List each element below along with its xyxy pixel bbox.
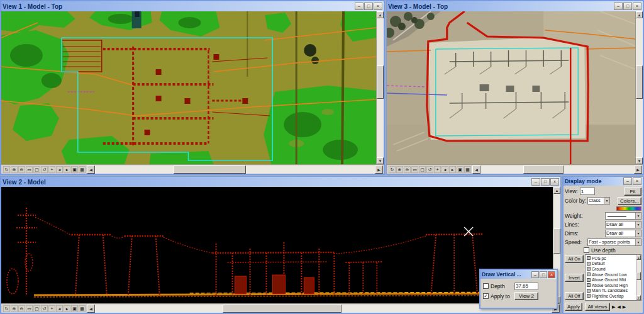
view3-horizontal-scrollbar[interactable]: ◀ ▶ xyxy=(472,165,642,174)
zoom-in-icon[interactable]: ⊕ xyxy=(11,305,18,312)
window-area-icon[interactable]: ▭ xyxy=(26,305,33,312)
class-list-item[interactable]: Flightline Overlap xyxy=(586,293,635,299)
copy-view-icon[interactable]: ▣ xyxy=(71,305,78,312)
class-list-item[interactable]: Above Ground Mid xyxy=(586,277,635,283)
view-next-icon[interactable]: ▸ xyxy=(64,305,70,312)
scroll-down-icon[interactable]: ▼ xyxy=(636,295,641,300)
view1-vertical-scrollbar[interactable]: ▲ ▼ xyxy=(376,11,384,164)
view2-titlebar[interactable]: View 2 - Model – □ × xyxy=(1,177,560,187)
class-list-item[interactable]: Above Ground Low xyxy=(586,272,635,278)
view1-pointcloud-canvas[interactable] xyxy=(1,11,376,164)
window-area-icon[interactable]: ▭ xyxy=(26,166,33,173)
scroll-track[interactable] xyxy=(636,18,643,157)
update-view-icon[interactable]: ↻ xyxy=(3,166,10,173)
class-list-item[interactable]: POS pc xyxy=(586,255,635,261)
minimize-icon[interactable]: – xyxy=(614,3,623,10)
update-view-icon[interactable]: ↻ xyxy=(3,305,10,312)
zoom-out-icon[interactable]: ⊖ xyxy=(404,166,411,173)
scroll-track[interactable] xyxy=(480,165,634,174)
depth-input[interactable] xyxy=(514,283,538,290)
close-icon[interactable]: × xyxy=(550,178,559,186)
chevron-down-icon[interactable]: ▼ xyxy=(635,221,641,228)
weight-dropdown[interactable]: ▼ xyxy=(605,212,641,220)
zoom-out-icon[interactable]: ⊖ xyxy=(18,166,25,173)
view3-titlebar[interactable]: View 3 - Model - Top – □ × xyxy=(387,1,643,11)
class-list-item[interactable]: Default xyxy=(586,261,635,267)
apply-button[interactable]: Apply xyxy=(565,303,582,311)
maximize-icon[interactable]: □ xyxy=(540,271,547,278)
chevron-down-icon[interactable]: ▼ xyxy=(635,239,641,245)
copy-view-icon[interactable]: ▣ xyxy=(71,166,78,173)
fit-view-icon[interactable]: ▢ xyxy=(33,166,40,173)
update-view-icon[interactable]: ↻ xyxy=(389,166,396,173)
fit-view-icon[interactable]: ▢ xyxy=(33,305,40,312)
scroll-thumb[interactable] xyxy=(636,272,641,280)
rotate-view-icon[interactable]: ↺ xyxy=(41,305,48,312)
color-by-dropdown[interactable]: Class ▼ xyxy=(587,197,610,205)
class-list-item[interactable]: Main TL-candidates xyxy=(586,288,635,294)
class-list-scrollbar[interactable]: ▲ ▼ xyxy=(636,255,641,300)
pan-view-icon[interactable]: + xyxy=(48,166,55,173)
view-number-input[interactable] xyxy=(580,188,595,195)
clip-volume-icon[interactable]: ▦ xyxy=(79,305,86,312)
chevron-down-icon[interactable]: ▼ xyxy=(635,213,641,219)
scroll-left-icon[interactable]: ◀ xyxy=(87,165,95,174)
play-icon[interactable]: ▶ xyxy=(612,305,615,310)
scroll-up-icon[interactable]: ▲ xyxy=(636,255,641,260)
view3-orthophoto-canvas[interactable] xyxy=(387,11,635,164)
close-icon[interactable]: × xyxy=(633,177,641,185)
class-list[interactable]: ▲ ▼ POS pcDefaultGroundAbove Ground LowA… xyxy=(585,254,641,301)
close-icon[interactable]: × xyxy=(633,3,641,10)
scroll-right-icon[interactable]: ▶ xyxy=(375,165,383,174)
clip-volume-icon[interactable]: ▦ xyxy=(464,166,471,173)
minimize-icon[interactable]: – xyxy=(531,178,540,186)
chevron-down-icon[interactable]: ▼ xyxy=(604,198,609,204)
zoom-in-icon[interactable]: ⊕ xyxy=(396,166,403,173)
step-back-icon[interactable]: ◀ xyxy=(617,305,620,310)
all-on-button[interactable]: All On xyxy=(565,255,584,263)
depth-checkbox[interactable] xyxy=(483,283,489,289)
chevron-down-icon[interactable]: ▼ xyxy=(635,230,641,237)
all-off-button[interactable]: All Off xyxy=(565,292,584,300)
class-list-item[interactable]: Ground xyxy=(586,266,635,272)
class-list-item[interactable]: Above Ground High xyxy=(586,283,635,288)
scroll-track[interactable] xyxy=(377,18,384,157)
use-depth-checkbox[interactable] xyxy=(584,247,589,253)
view1-titlebar[interactable]: View 1 - Model - Top – □ × xyxy=(1,1,384,11)
invert-button[interactable]: Invert xyxy=(565,274,584,282)
scroll-left-icon[interactable]: ◀ xyxy=(472,165,480,174)
scroll-down-icon[interactable]: ▼ xyxy=(377,157,384,164)
lines-dropdown[interactable]: Draw all ▼ xyxy=(605,221,641,228)
window-area-icon[interactable]: ▭ xyxy=(411,166,418,173)
minimize-icon[interactable]: – xyxy=(531,271,539,278)
speed-dropdown[interactable]: Fast - sparse points ▼ xyxy=(587,238,641,246)
scroll-thumb[interactable] xyxy=(223,305,341,313)
scroll-thumb[interactable] xyxy=(523,165,563,174)
apply-to-view-button[interactable]: View 2 xyxy=(514,292,538,300)
view-previous-icon[interactable]: ◂ xyxy=(441,166,448,173)
scroll-thumb[interactable] xyxy=(377,65,384,99)
scroll-thumb[interactable] xyxy=(636,65,643,99)
pan-view-icon[interactable]: + xyxy=(48,305,55,312)
display-mode-titlebar[interactable]: Display mode – × xyxy=(564,177,643,186)
rotate-view-icon[interactable]: ↺ xyxy=(41,166,48,173)
rotate-view-icon[interactable]: ↺ xyxy=(426,166,433,173)
view-next-icon[interactable]: ▸ xyxy=(449,166,456,173)
scroll-down-icon[interactable]: ▼ xyxy=(636,157,643,164)
zoom-out-icon[interactable]: ⊖ xyxy=(18,305,25,312)
zoom-in-icon[interactable]: ⊕ xyxy=(11,166,18,173)
scroll-up-icon[interactable]: ▲ xyxy=(636,11,643,18)
copy-view-icon[interactable]: ▣ xyxy=(457,166,464,173)
scroll-left-icon[interactable]: ◀ xyxy=(87,305,95,313)
maximize-icon[interactable]: □ xyxy=(364,3,373,10)
view2-profile-canvas[interactable] xyxy=(1,187,553,303)
view3-vertical-scrollbar[interactable]: ▲ ▼ xyxy=(635,11,643,164)
view-next-icon[interactable]: ▸ xyxy=(64,166,70,173)
apply-to-checkbox[interactable]: ✓ xyxy=(483,293,489,299)
scroll-track[interactable] xyxy=(95,165,375,174)
dims-dropdown[interactable]: Draw all ▼ xyxy=(605,230,641,237)
minimize-icon[interactable]: – xyxy=(355,3,364,10)
all-views-button[interactable]: All views xyxy=(585,303,610,311)
view-previous-icon[interactable]: ◂ xyxy=(56,166,63,173)
fit-button[interactable]: Fit xyxy=(624,188,641,196)
